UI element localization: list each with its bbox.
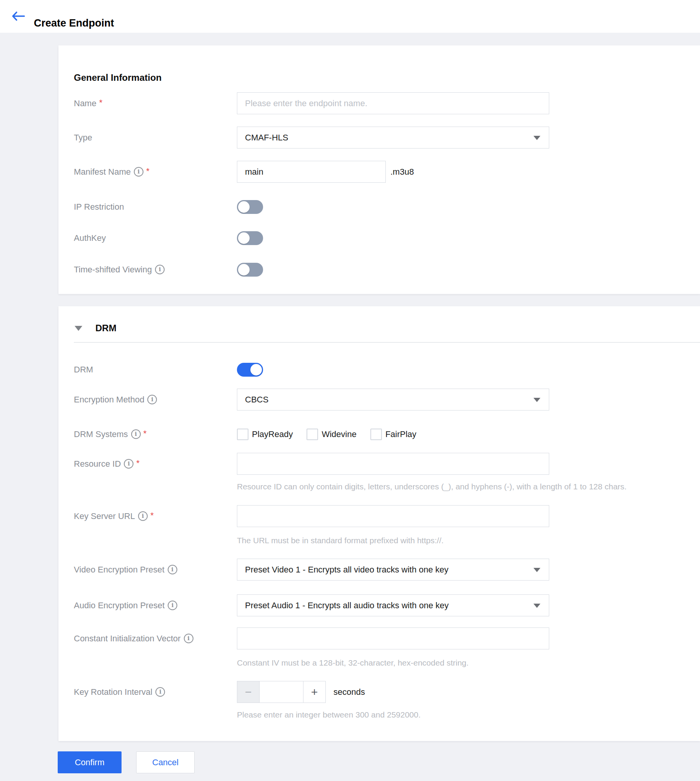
type-select-value: CMAF-HLS bbox=[245, 133, 288, 143]
section-title-drm: DRM bbox=[95, 323, 117, 334]
constant-iv-input[interactable] bbox=[237, 627, 549, 649]
checkbox-unchecked-icon[interactable] bbox=[370, 429, 382, 440]
audio-preset-label: Audio Encryption Preset bbox=[74, 601, 165, 611]
chevron-down-icon bbox=[533, 136, 540, 140]
time-shifted-label: Time-shifted Viewing bbox=[74, 265, 152, 275]
stepper-plus-button[interactable]: + bbox=[303, 681, 326, 703]
drm-card: DRM DRM Encryption Method i CBCS bbox=[58, 306, 700, 741]
endpoint-name-input[interactable] bbox=[237, 92, 549, 114]
resource-id-row: Resource ID i * bbox=[74, 453, 700, 475]
ip-restriction-label: IP Restriction bbox=[74, 202, 124, 212]
name-label: Name bbox=[74, 98, 97, 108]
cancel-button[interactable]: Cancel bbox=[136, 751, 195, 773]
ip-restriction-row: IP Restriction bbox=[74, 196, 700, 218]
audio-preset-row: Audio Encryption Preset i Preset Audio 1… bbox=[74, 594, 700, 616]
confirm-button[interactable]: Confirm bbox=[58, 751, 122, 773]
key-rotation-row: Key Rotation Interval i − + seconds bbox=[74, 681, 700, 703]
fairplay-label: FairPlay bbox=[385, 429, 417, 439]
authkey-row: AuthKey bbox=[74, 227, 700, 249]
video-preset-value: Preset Video 1 - Encrypts all video trac… bbox=[245, 565, 448, 575]
encryption-method-value: CBCS bbox=[245, 395, 268, 405]
resource-id-helper-text: Resource ID can only contain digits, let… bbox=[237, 481, 688, 492]
required-asterisk: * bbox=[99, 98, 103, 108]
audio-preset-select[interactable]: Preset Audio 1 - Encrypts all audio trac… bbox=[237, 594, 549, 616]
seconds-unit-label: seconds bbox=[333, 687, 365, 697]
drm-section-header: DRM bbox=[74, 320, 700, 336]
resource-id-label: Resource ID bbox=[74, 459, 121, 469]
chevron-down-icon bbox=[533, 604, 540, 608]
required-asterisk: * bbox=[143, 429, 147, 439]
key-rotation-input[interactable] bbox=[259, 681, 303, 703]
info-icon[interactable]: i bbox=[184, 634, 193, 643]
ip-restriction-toggle[interactable] bbox=[237, 200, 263, 214]
chevron-down-icon bbox=[533, 398, 540, 402]
authkey-label: AuthKey bbox=[74, 233, 106, 243]
encryption-method-row: Encryption Method i CBCS bbox=[74, 389, 700, 411]
stepper-minus-button[interactable]: − bbox=[237, 681, 259, 703]
audio-preset-value: Preset Audio 1 - Encrypts all audio trac… bbox=[245, 601, 448, 611]
info-icon[interactable]: i bbox=[134, 167, 143, 177]
info-icon[interactable]: i bbox=[168, 565, 177, 574]
drm-systems-row: DRM Systems i * PlayReady Widevine FairP… bbox=[74, 423, 700, 445]
drm-label: DRM bbox=[74, 365, 93, 375]
page-header: Create Endpoint bbox=[0, 0, 700, 33]
chevron-down-icon bbox=[533, 568, 540, 572]
info-icon[interactable]: i bbox=[131, 429, 141, 439]
type-label: Type bbox=[74, 133, 92, 143]
info-icon[interactable]: i bbox=[124, 459, 133, 469]
video-preset-row: Video Encryption Preset i Preset Video 1… bbox=[74, 559, 700, 581]
constant-iv-row: Constant Initialization Vector i bbox=[74, 627, 700, 649]
type-select[interactable]: CMAF-HLS bbox=[237, 127, 549, 149]
video-preset-label: Video Encryption Preset bbox=[74, 565, 165, 575]
resource-id-input[interactable] bbox=[237, 453, 549, 475]
constant-iv-label: Constant Initialization Vector bbox=[74, 634, 181, 644]
key-server-url-row: Key Server URL i * bbox=[74, 505, 700, 527]
key-server-url-input[interactable] bbox=[237, 505, 549, 527]
checkbox-unchecked-icon[interactable] bbox=[237, 429, 248, 440]
info-icon[interactable]: i bbox=[147, 395, 157, 404]
info-icon[interactable]: i bbox=[168, 601, 177, 610]
video-preset-select[interactable]: Preset Video 1 - Encrypts all video trac… bbox=[237, 559, 549, 581]
name-row: Name * bbox=[74, 92, 700, 114]
info-icon[interactable]: i bbox=[155, 265, 165, 274]
section-divider bbox=[74, 342, 700, 343]
key-server-url-label: Key Server URL bbox=[74, 511, 135, 521]
manifest-name-input[interactable] bbox=[237, 161, 386, 183]
checkbox-unchecked-icon[interactable] bbox=[307, 429, 318, 440]
general-information-card: General Information Name * Type CMAF-HLS bbox=[58, 45, 700, 294]
key-rotation-helper-text: Please enter an integer between 300 and … bbox=[237, 709, 688, 721]
collapse-triangle-icon[interactable] bbox=[75, 326, 82, 331]
time-shifted-toggle[interactable] bbox=[237, 263, 263, 277]
required-asterisk: * bbox=[150, 511, 154, 521]
playready-label: PlayReady bbox=[252, 429, 293, 439]
key-rotation-label: Key Rotation Interval bbox=[74, 687, 152, 697]
drm-system-fairplay[interactable]: FairPlay bbox=[370, 429, 417, 440]
required-asterisk: * bbox=[146, 166, 150, 176]
encryption-method-label: Encryption Method bbox=[74, 395, 144, 405]
section-title-general: General Information bbox=[74, 72, 162, 84]
drm-toggle[interactable] bbox=[237, 363, 263, 377]
drm-systems-label: DRM Systems bbox=[74, 429, 128, 439]
create-endpoint-page: Create Endpoint General Information Name… bbox=[0, 0, 700, 781]
back-arrow-icon[interactable] bbox=[11, 9, 26, 23]
encryption-method-select[interactable]: CBCS bbox=[237, 389, 549, 411]
drm-toggle-row: DRM bbox=[74, 359, 700, 380]
drm-system-playready[interactable]: PlayReady bbox=[237, 429, 293, 440]
manifest-suffix: .m3u8 bbox=[390, 167, 414, 177]
manifest-name-label: Manifest Name bbox=[74, 167, 131, 177]
widevine-label: Widevine bbox=[322, 429, 356, 439]
info-icon[interactable]: i bbox=[138, 511, 148, 521]
time-shifted-row: Time-shifted Viewing i bbox=[74, 259, 700, 280]
manifest-name-row: Manifest Name i * .m3u8 bbox=[74, 161, 700, 183]
page-title: Create Endpoint bbox=[34, 7, 114, 40]
required-asterisk: * bbox=[136, 458, 140, 468]
key-server-url-helper-text: The URL must be in standard format prefi… bbox=[237, 535, 688, 546]
authkey-toggle[interactable] bbox=[237, 231, 263, 245]
info-icon[interactable]: i bbox=[155, 687, 165, 697]
constant-iv-helper-text: Constant IV must be a 128-bit, 32-charac… bbox=[237, 657, 688, 669]
type-row: Type CMAF-HLS bbox=[74, 127, 700, 149]
drm-system-widevine[interactable]: Widevine bbox=[307, 429, 356, 440]
key-rotation-stepper: − + bbox=[237, 681, 326, 703]
